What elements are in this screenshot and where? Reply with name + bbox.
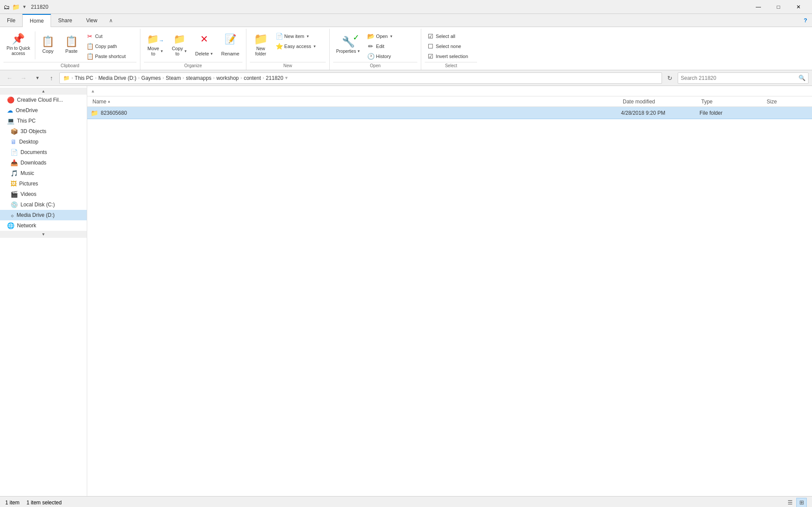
- copy-button[interactable]: 📋 Copy: [37, 30, 59, 60]
- details-view-button[interactable]: ☰: [785, 498, 795, 507]
- sidebar-item-onedrive[interactable]: ☁ OneDrive: [0, 105, 87, 116]
- col-header-size[interactable]: Size: [765, 99, 809, 105]
- bc-this-pc[interactable]: This PC: [75, 75, 93, 81]
- history-label: History: [376, 54, 391, 59]
- file-content[interactable]: 📁 823605680 4/28/2018 9:20 PM File folde…: [87, 107, 812, 496]
- invert-selection-button[interactable]: ☑ Invert selection: [425, 51, 477, 61]
- bc-content[interactable]: content: [244, 75, 261, 81]
- sidebar-item-3d-objects[interactable]: 📦 3D Objects: [0, 126, 87, 137]
- select-none-button[interactable]: ☐ Select none: [425, 41, 477, 51]
- bc-dropdown[interactable]: ▼: [284, 75, 289, 80]
- bc-folder-icon: 📁: [63, 75, 70, 81]
- col-header-name[interactable]: Name ▲: [91, 99, 621, 105]
- rename-button[interactable]: 📝 Rename: [218, 30, 242, 60]
- open-button[interactable]: 📂 Open ▼: [365, 31, 417, 41]
- file-list-collapse-arrow[interactable]: ▲: [91, 89, 95, 93]
- bc-workshop[interactable]: workshop: [216, 75, 239, 81]
- file-date-modified: 4/28/2018 9:20 PM: [621, 110, 699, 116]
- copy-to-label: Copyto ▼: [172, 46, 188, 56]
- new-content: 📁 Newfolder 📄 New item ▼ ⭐ Easy access ▼: [250, 29, 326, 62]
- sidebar-item-network[interactable]: 🌐 Network: [0, 220, 87, 231]
- new-folder-button[interactable]: 📁 Newfolder: [250, 30, 272, 60]
- media-drive-d-label: Media Drive (D:): [17, 212, 55, 218]
- maximize-button[interactable]: □: [768, 0, 788, 14]
- large-icons-view-button[interactable]: ⊞: [796, 498, 807, 507]
- close-button[interactable]: ✕: [788, 0, 809, 14]
- move-to-button[interactable]: 📁→ Moveto ▼: [144, 30, 167, 60]
- invert-selection-icon: ☑: [427, 53, 434, 60]
- ribbon-tabs: File Home Share View ∧ ?: [0, 14, 812, 27]
- easy-access-button[interactable]: ⭐ Easy access ▼: [273, 41, 326, 51]
- tab-share[interactable]: Share: [51, 14, 79, 27]
- window-controls: — □ ✕: [748, 0, 809, 14]
- organize-group-label: Organize: [144, 62, 242, 70]
- copy-path-button[interactable]: 📋 Copy path: [84, 41, 136, 51]
- new-item-button[interactable]: 📄 New item ▼: [273, 31, 326, 41]
- ribbon-collapse-button[interactable]: ∧: [104, 14, 117, 27]
- bc-steam[interactable]: Steam: [166, 75, 181, 81]
- edit-button[interactable]: ✏ Edit: [365, 41, 417, 51]
- table-row[interactable]: 📁 823605680 4/28/2018 9:20 PM File folde…: [87, 107, 812, 119]
- up-button[interactable]: ↑: [45, 72, 58, 84]
- sidebar-item-documents[interactable]: 📄 Documents: [0, 147, 87, 158]
- desktop-label: Desktop: [19, 139, 38, 145]
- tab-view[interactable]: View: [79, 14, 104, 27]
- sidebar-item-local-disk-c[interactable]: 💿 Local Disk (C:): [0, 199, 87, 210]
- sidebar-item-desktop[interactable]: 🖥 Desktop: [0, 137, 87, 147]
- pin-to-quick-access-button[interactable]: 📌 Pin to Quickaccess: [3, 30, 33, 60]
- minimize-button[interactable]: —: [748, 0, 768, 14]
- cut-label: Cut: [95, 34, 102, 39]
- bc-gaymes[interactable]: Gaymes: [141, 75, 161, 81]
- sidebar-scroll-up[interactable]: ▲: [0, 88, 87, 95]
- bc-media-drive[interactable]: Media Drive (D:): [98, 75, 136, 81]
- delete-button[interactable]: ✕ Delete ▼: [192, 30, 217, 60]
- network-label: Network: [17, 223, 36, 229]
- sidebar-scroll-down[interactable]: ▼: [0, 231, 87, 238]
- cut-button[interactable]: ✂ Cut: [84, 31, 136, 41]
- copy-to-button[interactable]: 📁 Copyto ▼: [169, 30, 191, 60]
- recent-button[interactable]: ▼: [31, 72, 44, 84]
- new-item-label: New item: [284, 34, 304, 39]
- refresh-button[interactable]: ↻: [664, 72, 676, 84]
- open-group-label: Open: [333, 62, 418, 70]
- col-header-type[interactable]: Type: [699, 99, 765, 105]
- select-all-button[interactable]: ☑ Select all: [425, 31, 477, 41]
- view-buttons: ☰ ⊞: [785, 498, 807, 507]
- select-none-label: Select none: [436, 44, 461, 49]
- back-button[interactable]: ←: [3, 72, 16, 84]
- title-bar-dropdown[interactable]: ▼: [22, 4, 27, 9]
- move-to-label: Moveto ▼: [147, 46, 164, 56]
- sidebar-item-videos[interactable]: 🎬 Videos: [0, 189, 87, 199]
- documents-icon: 📄: [10, 149, 18, 156]
- col-header-date[interactable]: Date modified: [621, 99, 699, 105]
- help-button[interactable]: ?: [799, 14, 812, 27]
- onedrive-icon: ☁: [7, 107, 13, 114]
- history-button[interactable]: 🕐 History: [365, 51, 417, 61]
- sidebar-item-this-pc[interactable]: 💻 This PC: [0, 116, 87, 126]
- videos-label: Videos: [20, 191, 36, 197]
- search-input[interactable]: [681, 75, 797, 81]
- paste-button[interactable]: 📋 Paste: [61, 30, 82, 60]
- pin-icon: 📌: [12, 34, 25, 44]
- network-icon: 🌐: [7, 222, 14, 229]
- invert-selection-label: Invert selection: [436, 54, 468, 59]
- large-icons-view-icon: ⊞: [799, 499, 804, 506]
- sidebar-item-creative-cloud[interactable]: 🔴 Creative Cloud Fil...: [0, 95, 87, 105]
- sidebar-item-downloads[interactable]: 📥 Downloads: [0, 158, 87, 168]
- sidebar-item-music[interactable]: 🎵 Music: [0, 168, 87, 178]
- sidebar-item-pictures[interactable]: 🖼 Pictures: [0, 178, 87, 189]
- search-box[interactable]: 🔍: [678, 72, 809, 84]
- properties-button[interactable]: 🔧 Properties ▼ ✓: [333, 30, 364, 60]
- bc-steamapps[interactable]: steamapps: [186, 75, 212, 81]
- open-content: 🔧 Properties ▼ ✓ 📂 Open ▼ ✏ Edit 🕐 Histo…: [333, 29, 418, 62]
- search-icon[interactable]: 🔍: [798, 75, 805, 81]
- forward-button[interactable]: →: [17, 72, 30, 84]
- paste-shortcut-button[interactable]: 📋 Paste shortcut: [84, 51, 136, 61]
- breadcrumb[interactable]: 📁 › This PC › Media Drive (D:) › Gaymes …: [59, 72, 662, 84]
- ribbon-group-select: ☑ Select all ☐ Select none ☑ Invert sele…: [421, 29, 481, 70]
- tab-home[interactable]: Home: [22, 14, 51, 27]
- sidebar-item-media-drive-d[interactable]: ⬦ Media Drive (D:): [0, 210, 87, 220]
- media-drive-d-icon: ⬦: [10, 212, 14, 219]
- tab-file[interactable]: File: [0, 14, 22, 27]
- copy-icon: 📋: [41, 36, 55, 47]
